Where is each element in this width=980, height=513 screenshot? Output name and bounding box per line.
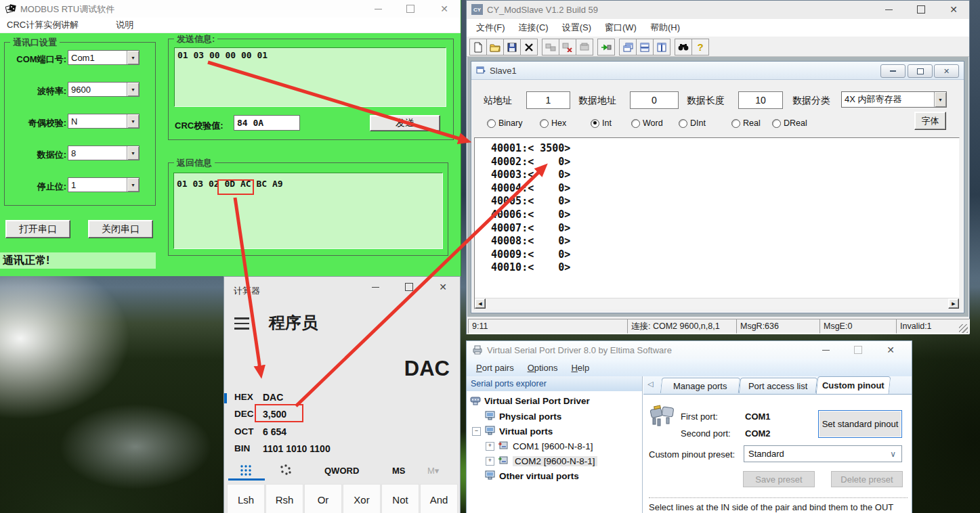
full-keypad-icon[interactable] bbox=[238, 464, 254, 477]
crc-value-input[interactable]: 84 0A bbox=[234, 115, 300, 131]
key-xor[interactable]: Xor bbox=[343, 484, 381, 513]
radix-hex-label[interactable]: HEX bbox=[234, 392, 253, 402]
resize-grip[interactable] bbox=[959, 324, 968, 333]
slave-config-button[interactable] bbox=[576, 39, 593, 55]
menu-help[interactable]: 帮助(H) bbox=[643, 22, 687, 34]
radix-oct-label[interactable]: OCT bbox=[234, 426, 254, 437]
connect-button[interactable] bbox=[597, 39, 615, 55]
delete-preset-button[interactable]: Delete preset bbox=[831, 471, 903, 487]
dropdown-arrow-icon[interactable]: ▼ bbox=[127, 83, 139, 96]
menu-settings[interactable]: 设置(S) bbox=[555, 22, 598, 34]
scroll-left-button[interactable]: ◀ bbox=[475, 298, 486, 309]
tab-custom-pinout[interactable]: Custom pinout bbox=[816, 376, 891, 394]
key-or[interactable]: Or bbox=[304, 484, 342, 513]
find-button[interactable] bbox=[675, 39, 692, 55]
format-radio-hex[interactable]: Hex bbox=[540, 118, 566, 128]
key-and[interactable]: And bbox=[420, 484, 458, 513]
data-length-input[interactable]: 10 bbox=[738, 91, 783, 109]
receive-message-textarea[interactable]: 01 03 02 0D AC BC A9 bbox=[173, 173, 443, 249]
key-lsh[interactable]: Lsh bbox=[227, 484, 265, 513]
format-radio-int[interactable]: Int bbox=[591, 118, 612, 128]
memory-store-button[interactable]: MS bbox=[392, 466, 406, 476]
databits-select[interactable]: 8 ▼ bbox=[68, 146, 140, 160]
expander-open-icon[interactable]: − bbox=[472, 427, 481, 436]
cascade-windows-button[interactable] bbox=[619, 39, 637, 55]
tab-port-access-list[interactable]: Port access list bbox=[739, 378, 817, 393]
vspd-minimize-button[interactable] bbox=[813, 341, 838, 359]
tree-item-other-virtual-ports[interactable]: Other virtual ports bbox=[499, 471, 579, 481]
modslave-maximize-button[interactable] bbox=[906, 1, 937, 18]
slave1-close-button[interactable]: ✕ bbox=[934, 64, 959, 78]
calc-minimize-button[interactable] bbox=[360, 278, 391, 296]
modbus-maximize-button[interactable] bbox=[395, 0, 426, 18]
delete-button[interactable] bbox=[520, 39, 538, 55]
menu-connect[interactable]: 连接(C) bbox=[512, 22, 555, 34]
calc-close-button[interactable]: ✕ bbox=[427, 278, 459, 296]
expander-closed-icon[interactable]: + bbox=[486, 442, 494, 451]
register-list[interactable]: 40001:<3500> 40002:<0> 40003:<0> 40004:<… bbox=[474, 137, 960, 309]
send-button[interactable]: 发送 bbox=[370, 115, 440, 131]
menu-file[interactable]: 文件(F) bbox=[469, 22, 512, 34]
menu-help[interactable]: 说明 bbox=[109, 19, 140, 31]
tree-item-driver-root[interactable]: Virtual Serial Port Driver bbox=[484, 396, 590, 406]
dropdown-arrow-icon[interactable]: ▼ bbox=[127, 178, 139, 192]
add-slave-button[interactable] bbox=[542, 39, 559, 55]
dropdown-arrow-icon[interactable]: ▼ bbox=[127, 146, 139, 160]
baudrate-select[interactable]: 9600 ▼ bbox=[68, 82, 140, 97]
format-radio-dreal[interactable]: DReal bbox=[772, 118, 807, 128]
dropdown-arrow-icon[interactable]: ▼ bbox=[127, 114, 139, 128]
data-category-select[interactable]: 4X 内部寄存器 ▼ bbox=[841, 91, 947, 108]
open-file-button[interactable] bbox=[486, 39, 504, 55]
font-button[interactable]: 字体 bbox=[914, 112, 946, 130]
modslave-minimize-button[interactable] bbox=[873, 1, 904, 18]
combo-chevron-icon[interactable]: ∨ bbox=[890, 449, 901, 459]
slave1-minimize-button[interactable] bbox=[880, 64, 906, 78]
tab-nav-left-icon[interactable]: ◁ bbox=[647, 380, 653, 388]
save-button[interactable] bbox=[503, 39, 521, 55]
bit-toggle-keypad-icon[interactable] bbox=[278, 464, 293, 477]
hamburger-menu-icon[interactable] bbox=[234, 317, 249, 330]
station-address-input[interactable]: 1 bbox=[526, 91, 570, 109]
register-hscrollbar[interactable]: ◀ ▶ bbox=[475, 298, 959, 309]
open-port-button[interactable]: 打开串口 bbox=[5, 220, 70, 238]
format-radio-real[interactable]: Real bbox=[731, 118, 761, 128]
new-file-button[interactable] bbox=[469, 39, 487, 55]
modbus-minimize-button[interactable] bbox=[362, 0, 393, 18]
slave1-restore-button[interactable] bbox=[908, 64, 933, 78]
tree-item-com1[interactable]: COM1 [9600-N-8-1] bbox=[513, 441, 593, 451]
tree-item-com2[interactable]: COM2 [9600-N-8-1] bbox=[513, 456, 597, 466]
vspd-close-button[interactable]: ✕ bbox=[878, 341, 903, 359]
modslave-close-button[interactable]: ✕ bbox=[938, 1, 969, 18]
data-address-input[interactable]: 0 bbox=[630, 91, 679, 109]
tile-horizontal-button[interactable] bbox=[636, 39, 654, 55]
stopbits-select[interactable]: 1 ▼ bbox=[68, 177, 140, 192]
dropdown-arrow-icon[interactable]: ▼ bbox=[934, 92, 946, 107]
tree-item-virtual-ports[interactable]: Virtual ports bbox=[499, 426, 553, 437]
format-radio-word[interactable]: Word bbox=[631, 118, 663, 128]
dropdown-arrow-icon[interactable]: ▼ bbox=[127, 51, 139, 64]
help-button[interactable]: ? bbox=[691, 39, 709, 55]
word-size-button[interactable]: QWORD bbox=[324, 466, 359, 476]
close-port-button[interactable]: 关闭串口 bbox=[88, 220, 153, 238]
scroll-right-button[interactable]: ▶ bbox=[948, 298, 959, 309]
key-rsh[interactable]: Rsh bbox=[265, 484, 303, 513]
key-not[interactable]: Not bbox=[381, 484, 419, 513]
send-message-textarea[interactable]: 01 03 00 00 00 01 bbox=[174, 47, 446, 107]
parity-select[interactable]: N ▼ bbox=[68, 114, 140, 129]
tile-vertical-button[interactable] bbox=[653, 39, 670, 55]
menu-help[interactable]: Help bbox=[564, 363, 596, 373]
menu-port-pairs[interactable]: Port pairs bbox=[469, 363, 521, 373]
tree-item-physical-ports[interactable]: Physical ports bbox=[499, 411, 561, 422]
menu-crc-tutorial[interactable]: CRC计算实例讲解 bbox=[0, 19, 85, 31]
com-port-select[interactable]: Com1 ▼ bbox=[68, 50, 140, 65]
vspd-maximize-button[interactable] bbox=[846, 341, 870, 359]
calc-maximize-button[interactable] bbox=[393, 278, 425, 296]
remove-slave-button[interactable] bbox=[559, 39, 576, 55]
save-preset-button[interactable]: Save preset bbox=[743, 471, 815, 487]
format-radio-dint[interactable]: DInt bbox=[679, 118, 706, 128]
menu-options[interactable]: Options bbox=[521, 363, 565, 373]
radix-dec-label[interactable]: DEC bbox=[234, 409, 254, 419]
set-standard-pinout-button[interactable]: Set standard pinout bbox=[818, 410, 902, 438]
memory-menu-button[interactable]: M▾ bbox=[427, 466, 439, 476]
preset-combobox[interactable]: Standard ∨ bbox=[744, 445, 902, 462]
